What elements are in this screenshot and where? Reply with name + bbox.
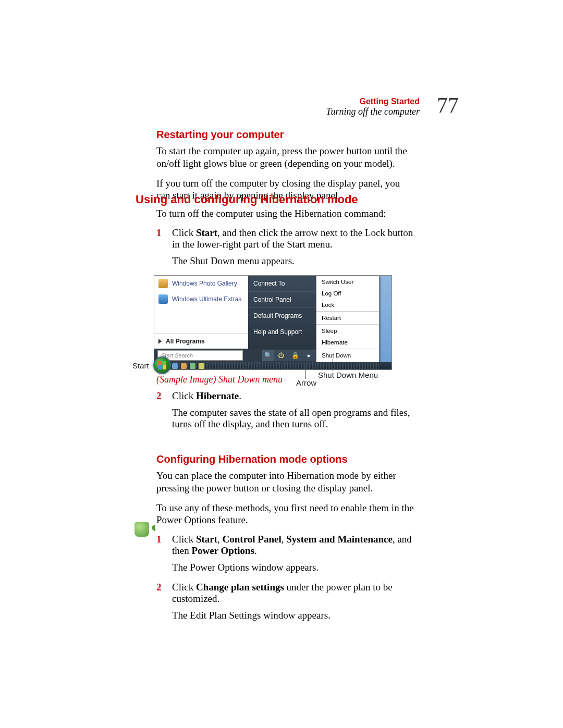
- page-number: 77: [437, 93, 459, 118]
- page: Getting Started Turning off the computer…: [0, 0, 563, 728]
- step-number: 1: [156, 534, 172, 578]
- program-item[interactable]: Windows Photo Gallery: [154, 276, 248, 291]
- callout-menu: Shut Down Menu: [318, 371, 378, 379]
- paragraph: You can place the computer into Hibernat…: [156, 470, 414, 495]
- hint-icon: [134, 522, 149, 537]
- step-text: Click Start, Control Panel, System and M…: [172, 534, 414, 557]
- chapter-title: Getting Started: [326, 97, 420, 106]
- page-header: Getting Started Turning off the computer: [326, 97, 420, 117]
- section-subtitle: Turning off the computer: [326, 106, 420, 117]
- step-1: 1 Click Start, and then click the arrow …: [156, 227, 414, 272]
- step-1: 1 Click Start, Control Panel, System and…: [156, 534, 414, 578]
- shut-down-menu: Switch User Log Off Lock Restart Sleep H…: [316, 276, 380, 368]
- menu-item-shut-down[interactable]: Shut Down: [316, 350, 379, 361]
- lock-button[interactable]: 🔒: [288, 350, 302, 361]
- step-text: Click Change plan settings under the pow…: [172, 582, 414, 604]
- menu-item-sleep[interactable]: Sleep: [316, 325, 379, 337]
- step-number: 2: [156, 582, 172, 626]
- arrow-right-icon: [158, 339, 162, 344]
- search-input[interactable]: Start Search: [157, 350, 243, 361]
- menu-item-restart[interactable]: Restart: [316, 312, 379, 324]
- step-text: The Edit Plan Settings window appears.: [172, 610, 414, 621]
- taskbar-icon[interactable]: [199, 363, 204, 369]
- start-menu-right: Connect To Control Panel Default Program…: [248, 276, 316, 349]
- start-orb[interactable]: [153, 356, 171, 374]
- arrow-button[interactable]: ▸: [302, 350, 316, 361]
- menu-item-log-off[interactable]: Log Off: [316, 288, 379, 299]
- paragraph: To use any of these methods, you first n…: [156, 502, 414, 527]
- step-number: 2: [156, 390, 172, 435]
- menu-item[interactable]: Connect To: [248, 276, 316, 291]
- menu-item-switch-user[interactable]: Switch User: [316, 276, 379, 288]
- menu-item-lock[interactable]: Lock: [316, 299, 379, 311]
- search-icon[interactable]: 🔍: [262, 350, 274, 361]
- menu-item-hibernate[interactable]: Hibernate: [316, 337, 379, 348]
- program-item[interactable]: Windows Ultimate Extras: [154, 291, 248, 307]
- start-menu-left: Windows Photo Gallery Windows Ultimate E…: [154, 276, 248, 349]
- all-programs[interactable]: All Programs: [154, 334, 248, 349]
- heading-restarting: Restarting your computer: [156, 129, 414, 141]
- step-2: 2 Click Change plan settings under the p…: [156, 582, 414, 626]
- paragraph: To turn off the computer using the Hiber…: [156, 207, 414, 220]
- ultimate-extras-icon: [158, 294, 168, 304]
- taskbar-icon[interactable]: [172, 363, 178, 369]
- paragraph: To start the computer up again, press th…: [156, 145, 414, 170]
- sample-screenshot: Windows Photo Gallery Windows Ultimate E…: [136, 275, 391, 370]
- power-button[interactable]: ⏻: [274, 350, 288, 361]
- step-number: 1: [156, 227, 172, 272]
- heading-configuring: Configuring Hibernation mode options: [156, 453, 414, 465]
- step-text: The Power Options window appears.: [172, 562, 414, 573]
- menu-item[interactable]: Default Programs: [248, 307, 316, 324]
- callout-start: Start: [132, 361, 149, 370]
- heading-hibernation: Using and configuring Hibernation mode: [136, 193, 414, 206]
- step-text: The computer saves the state of all open…: [172, 407, 414, 430]
- step-2: 2 Click Hibernate. The computer saves th…: [156, 390, 414, 435]
- step-text: Click Start, and then click the arrow ne…: [172, 227, 414, 250]
- menu-item[interactable]: Help and Support: [248, 324, 316, 340]
- menu-item[interactable]: Control Panel: [248, 291, 316, 307]
- step-text: Click Hibernate.: [172, 390, 414, 402]
- callout-arrow: Arrow: [296, 378, 316, 387]
- taskbar-icon[interactable]: [181, 363, 187, 369]
- photo-gallery-icon: [158, 279, 168, 288]
- step-text: The Shut Down menu appears.: [172, 255, 414, 267]
- taskbar-icon[interactable]: [190, 363, 195, 369]
